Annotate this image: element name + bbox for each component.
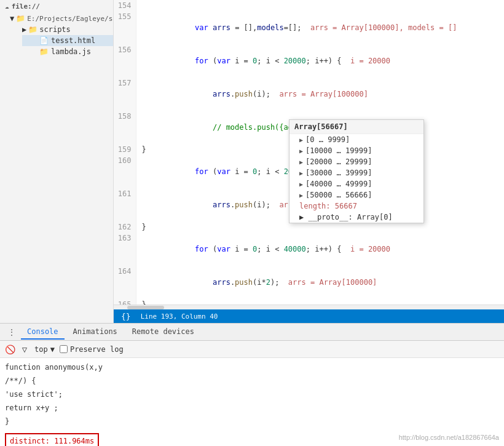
tesst-html-item[interactable]: 📄 tesst.html xyxy=(22,35,113,46)
console-content: function anonymous(x,y /**/) { 'use stri… xyxy=(0,358,504,446)
tooltip-proto: ▶ __proto__: Array[0] xyxy=(289,212,423,223)
folder-icon: 📁 xyxy=(16,14,25,23)
scripts-folder-label: scripts xyxy=(39,25,71,34)
root-folder-label: E:/Projects/Eagleye/s xyxy=(27,15,112,23)
context-filter-dropdown[interactable]: top ▼ xyxy=(34,345,55,354)
code-editor[interactable]: 154 155 var arrs = [],models=[]; arrs = … xyxy=(114,0,504,305)
proto-label: __proto__: Array[0] xyxy=(308,213,392,221)
lambda-js-label: lambda.js xyxy=(51,47,91,56)
tooltip-item-label-5: [50000 … 56666] xyxy=(305,191,372,199)
tab-remote-devices[interactable]: Remote devices xyxy=(126,325,200,340)
proto-expand-icon: ▶ xyxy=(299,213,304,221)
expand-icon-2: ▶ xyxy=(299,159,303,165)
dots-menu[interactable]: ⋮ xyxy=(5,325,18,340)
devtools-panel: ⋮ Console Animations Remote devices 🚫 ▽ … xyxy=(0,323,504,446)
editor-area: 154 155 var arrs = [],models=[]; arrs = … xyxy=(114,0,504,323)
filter-icon[interactable]: ▽ xyxy=(20,344,30,354)
tooltip-item-5[interactable]: ▶ [50000 … 56666] xyxy=(289,189,423,201)
console-line-1: /**/) { xyxy=(5,374,499,388)
status-bar: {} Line 193, Column 40 xyxy=(114,309,504,323)
tesst-html-icon: 📄 xyxy=(39,36,49,45)
lambda-js-item[interactable]: 📁 lambda.js xyxy=(22,46,113,57)
tooltip-title: Array[56667] xyxy=(289,120,423,134)
scripts-folder-icon: 📁 xyxy=(28,25,37,34)
sidebar: ☁ file:// ▼ 📁 E:/Projects/Eagleye/s ▶ 📁 … xyxy=(0,0,114,323)
console-line-2: 'use strict'; xyxy=(5,388,499,401)
dropdown-arrow-icon: ▼ xyxy=(50,345,55,354)
file-tree: ▼ 📁 E:/Projects/Eagleye/s ▶ 📁 scripts 📄 … xyxy=(0,13,113,57)
scripts-arrow: ▶ xyxy=(22,25,26,34)
tooltip-item-label-1: [10000 … 19999] xyxy=(305,146,372,155)
curly-braces-icon: {} xyxy=(121,312,131,321)
tooltip-item-0[interactable]: ▶ [0 … 9999] xyxy=(289,134,423,145)
tab-remote-devices-label: Remote devices xyxy=(132,327,194,336)
tooltip-item-label-0: [0 … 9999] xyxy=(305,135,350,144)
console-line-3: return x+y ; xyxy=(5,401,499,415)
expand-icon-0: ▶ xyxy=(299,137,303,143)
line-154: 154 xyxy=(114,0,504,11)
tooltip-item-3[interactable]: ▶ [30000 … 39999] xyxy=(289,167,423,178)
line-163: 163 for (var i = 0; i < 40000; i++) { i … xyxy=(114,233,504,266)
preserve-log-checkbox-label[interactable]: Preserve log xyxy=(60,345,124,354)
tooltip-item-1[interactable]: ▶ [10000 … 19999] xyxy=(289,145,423,156)
console-line-4: } xyxy=(5,415,499,428)
root-children: ▶ 📁 scripts 📄 tesst.html 📁 lambda.js xyxy=(7,24,113,57)
status-position: Line 193, Column 40 xyxy=(141,313,218,321)
line-156: 156 for (var i = 0; i < 20000; i++) { i … xyxy=(114,44,504,78)
scripts-folder[interactable]: ▶ 📁 scripts xyxy=(15,24,113,35)
clear-console-icon[interactable]: 🚫 xyxy=(5,344,15,354)
expand-icon-1: ▶ xyxy=(299,148,303,154)
folder-arrow: ▼ xyxy=(10,14,14,23)
sidebar-header-label: file:// xyxy=(12,2,40,10)
line-164: 164 arrs.push(i*2); arrs = Array[100000] xyxy=(114,266,504,299)
distinct-result: distinct: 111.964ms xyxy=(5,433,99,446)
expand-icon-5: ▶ xyxy=(299,192,303,199)
tab-animations[interactable]: Animations xyxy=(67,325,124,340)
expand-icon-4: ▶ xyxy=(299,181,303,188)
tooltip-item-label-2: [20000 … 29999] xyxy=(305,157,372,166)
tooltip-item-label-3: [30000 … 39999] xyxy=(305,169,372,177)
preserve-log-text: Preserve log xyxy=(70,345,124,354)
tab-animations-label: Animations xyxy=(73,327,117,336)
cloud-icon: ☁ xyxy=(5,2,9,10)
tab-console[interactable]: Console xyxy=(21,325,65,340)
line-157: 157 arrs.push(i); arrs = Array[100000] xyxy=(114,78,504,111)
line-165: 165 } xyxy=(114,299,504,305)
scripts-children: 📄 tesst.html 📁 lambda.js xyxy=(15,35,113,57)
filter-label: top xyxy=(34,345,48,354)
root-folder[interactable]: ▼ 📁 E:/Projects/Eagleye/s xyxy=(7,13,113,24)
tab-console-label: Console xyxy=(27,327,58,336)
lambda-js-icon: 📁 xyxy=(39,47,49,56)
expand-icon-3: ▶ xyxy=(299,170,303,177)
devtools-toolbar: 🚫 ▽ top ▼ Preserve log xyxy=(0,341,504,358)
watermark: http://blog.csdn.net/a182867664a xyxy=(399,434,499,441)
preserve-log-checkbox[interactable] xyxy=(60,345,68,353)
tooltip-length: length: 56667 xyxy=(289,201,423,212)
main-container: ☁ file:// ▼ 📁 E:/Projects/Eagleye/s ▶ 📁 … xyxy=(0,0,504,323)
tooltip-popup[interactable]: Array[56667] ▶ [0 … 9999] ▶ [10000 … 199… xyxy=(289,119,424,223)
horizontal-scrollbar[interactable] xyxy=(114,305,504,309)
console-line-0: function anonymous(x,y xyxy=(5,360,499,374)
tooltip-item-4[interactable]: ▶ [40000 … 49999] xyxy=(289,178,423,189)
tooltip-item-2[interactable]: ▶ [20000 … 29999] xyxy=(289,156,423,167)
tooltip-item-label-4: [40000 … 49999] xyxy=(305,180,372,188)
line-155: 155 var arrs = [],models=[]; arrs = Arra… xyxy=(114,11,504,44)
devtools-tabs: ⋮ Console Animations Remote devices xyxy=(0,324,504,341)
sidebar-header: ☁ file:// xyxy=(0,0,113,13)
scrollbar-thumb[interactable] xyxy=(127,306,164,309)
tesst-html-label: tesst.html xyxy=(51,36,95,45)
